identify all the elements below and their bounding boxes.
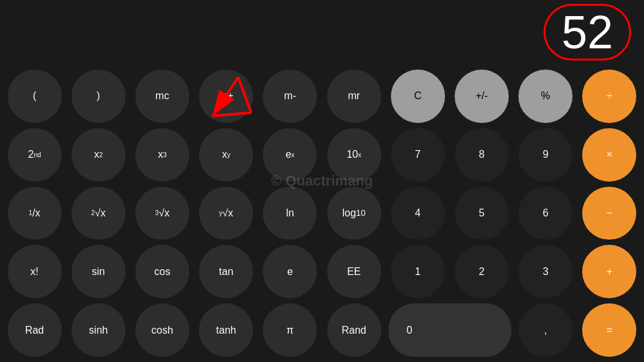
display: 52 [0,0,644,64]
percent-button[interactable]: % [518,70,573,123]
reciprocal-button[interactable]: 1/x [8,187,62,240]
rad-button[interactable]: Rad [8,303,62,357]
2-button[interactable]: 2 [455,245,509,298]
tanh-button[interactable]: tanh [199,303,253,357]
2nd-button[interactable]: 2nd [8,128,62,182]
3-button[interactable]: 3 [518,245,573,298]
rand-button[interactable]: Rand [327,303,381,357]
ee-button[interactable]: EE [327,245,381,298]
factorial-button[interactable]: x! [8,245,62,298]
mplus-button[interactable]: m+ [199,70,253,123]
7-button[interactable]: 7 [391,128,445,182]
calculator-grid: ( ) mc m+ m- mr C +/- % ÷ 2nd x2 x3 xy e… [0,64,644,362]
xcubed-button[interactable]: x3 [135,128,189,182]
decimal-button[interactable]: , [518,303,573,357]
xsquared-button[interactable]: x2 [71,128,126,182]
equals-button[interactable]: = [582,303,636,357]
clear-button[interactable]: C [391,70,445,123]
plus-button[interactable]: + [582,245,636,298]
display-number: 52 [544,4,631,61]
tan-button[interactable]: tan [199,245,253,298]
sqrt2-button[interactable]: 2√x [71,187,126,240]
1-button[interactable]: 1 [391,245,445,298]
open-paren-button[interactable]: ( [8,70,62,123]
mc-button[interactable]: mc [135,70,189,123]
8-button[interactable]: 8 [455,128,509,182]
xy-button[interactable]: xy [199,128,253,182]
5-button[interactable]: 5 [455,187,509,240]
sqrt3-button[interactable]: 3√x [135,187,189,240]
pi-button[interactable]: π [263,303,317,357]
sqrty-button[interactable]: y√x [199,187,253,240]
6-button[interactable]: 6 [518,187,573,240]
cosh-button[interactable]: cosh [135,303,189,357]
divide-button[interactable]: ÷ [582,70,636,123]
ln-button[interactable]: ln [263,187,317,240]
4-button[interactable]: 4 [391,187,445,240]
ex-button[interactable]: ex [263,128,317,182]
cos-button[interactable]: cos [135,245,189,298]
0-button[interactable]: 0 [388,303,511,357]
sinh-button[interactable]: sinh [71,303,126,357]
log10-button[interactable]: log10 [327,187,381,240]
mminus-button[interactable]: m- [263,70,317,123]
plusminus-button[interactable]: +/- [455,70,509,123]
minus-button[interactable]: − [582,187,636,240]
multiply-button[interactable]: × [582,128,636,182]
close-paren-button[interactable]: ) [71,70,126,123]
9-button[interactable]: 9 [518,128,573,182]
e-button[interactable]: e [263,245,317,298]
10x-button[interactable]: 10x [327,128,381,182]
mr-button[interactable]: mr [327,70,381,123]
sin-button[interactable]: sin [71,245,126,298]
